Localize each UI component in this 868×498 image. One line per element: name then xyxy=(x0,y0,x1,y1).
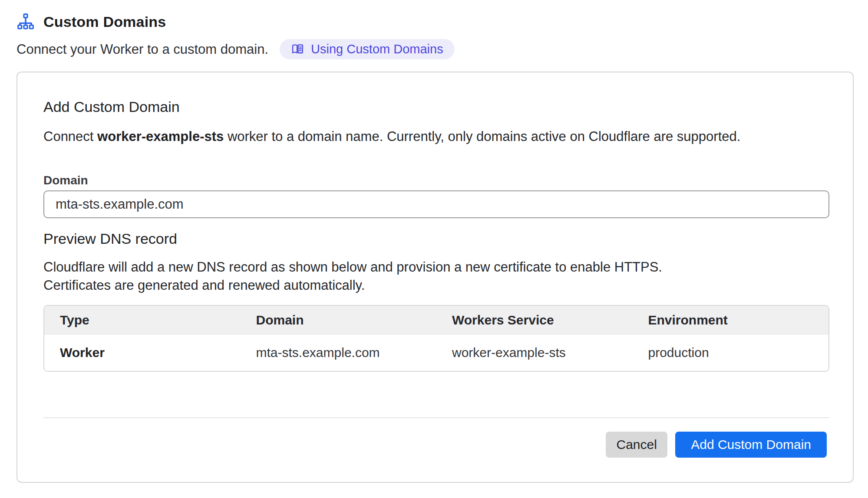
add-custom-domain-card: Add Custom Domain Connect worker-example… xyxy=(17,72,854,483)
dns-preview-table: Type Domain Workers Service Environment … xyxy=(43,305,829,372)
column-header-environment: Environment xyxy=(633,313,829,328)
add-domain-description: Connect worker-example-sts worker to a d… xyxy=(43,129,740,144)
cell-type: Worker xyxy=(44,345,241,360)
cell-environment: production xyxy=(633,345,829,360)
footer-actions: Cancel Add Custom Domain xyxy=(606,432,827,458)
book-icon xyxy=(291,43,304,56)
column-header-type: Type xyxy=(44,313,241,328)
docs-link-badge[interactable]: Using Custom Domains xyxy=(280,39,455,59)
description-suffix: worker to a domain name. Currently, only… xyxy=(224,129,740,144)
column-header-domain: Domain xyxy=(241,313,437,328)
cancel-button[interactable]: Cancel xyxy=(606,432,667,458)
preview-dns-heading: Preview DNS record xyxy=(43,230,177,247)
sitemap-icon xyxy=(17,13,35,30)
docs-link-label: Using Custom Domains xyxy=(311,42,443,56)
table-header-row: Type Domain Workers Service Environment xyxy=(44,306,828,334)
page-header: Custom Domains xyxy=(17,13,166,30)
footer-divider xyxy=(43,417,829,418)
page-title: Custom Domains xyxy=(43,13,166,30)
domain-field-label: Domain xyxy=(43,174,88,187)
page-subtitle: Connect your Worker to a custom domain. xyxy=(17,42,268,57)
column-header-workers-service: Workers Service xyxy=(436,313,633,328)
description-prefix: Connect xyxy=(43,129,97,144)
preview-dns-description: Cloudflare will add a new DNS record as … xyxy=(43,258,695,295)
domain-input[interactable] xyxy=(43,190,829,218)
cell-workers-service: worker-example-sts xyxy=(436,345,633,360)
custom-domains-page: Custom Domains Connect your Worker to a … xyxy=(0,0,868,498)
cell-domain: mta-sts.example.com xyxy=(241,345,437,360)
add-custom-domain-button[interactable]: Add Custom Domain xyxy=(675,432,827,458)
table-row: Worker mta-sts.example.com worker-exampl… xyxy=(44,334,828,371)
worker-name: worker-example-sts xyxy=(97,129,224,144)
page-subtitle-row: Connect your Worker to a custom domain. … xyxy=(17,39,455,59)
add-domain-heading: Add Custom Domain xyxy=(43,98,180,115)
